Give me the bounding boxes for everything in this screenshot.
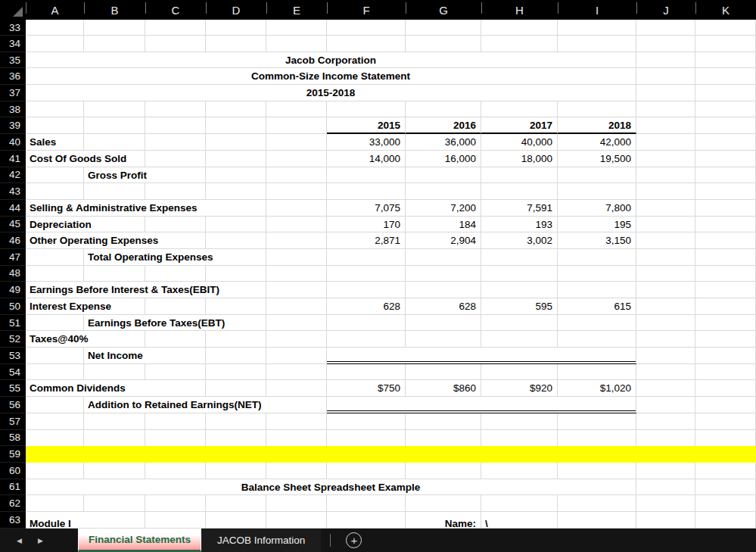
cell-K49[interactable] [695, 282, 756, 298]
row-header-48[interactable]: 48 [0, 266, 26, 282]
cell-G45[interactable]: 184 [406, 217, 481, 233]
next-sheet-arrow-icon[interactable]: ▶ [38, 537, 43, 544]
cell-K61[interactable] [695, 479, 756, 496]
cell-C43[interactable] [145, 183, 206, 200]
cell-I42[interactable] [558, 167, 636, 184]
cell-E44[interactable] [266, 200, 327, 217]
cell-I45[interactable]: 195 [558, 217, 636, 233]
cell-J60[interactable] [636, 463, 695, 479]
cell-B62[interactable] [84, 495, 145, 512]
cell-F48[interactable] [327, 266, 406, 282]
cell-A42[interactable] [26, 167, 84, 184]
cell-D33[interactable] [206, 20, 266, 36]
cell-F39[interactable]: 2015 [327, 117, 406, 134]
cell-I48[interactable] [558, 266, 636, 282]
cell-A61[interactable]: Balance Sheet Spreadsheet Example [26, 479, 636, 496]
row-header-41[interactable]: 41 [0, 151, 26, 167]
cell-D34[interactable] [206, 36, 266, 52]
cell-C38[interactable] [145, 101, 206, 118]
cell-D63[interactable] [206, 512, 266, 529]
cell-A40[interactable]: Sales [26, 134, 84, 151]
cell-F43[interactable] [327, 183, 406, 200]
cell-I63[interactable] [558, 512, 636, 529]
select-all-button[interactable] [0, 0, 26, 20]
cell-I46[interactable]: 3,150 [558, 232, 636, 249]
cell-C57[interactable] [145, 413, 206, 430]
cell-G63[interactable]: Name: [406, 512, 481, 529]
add-sheet-button[interactable]: + [346, 532, 362, 548]
cell-H63[interactable]: \ [481, 512, 558, 529]
cell-A63[interactable]: Module I [26, 512, 145, 529]
cell-G58[interactable] [406, 430, 481, 447]
cell-F46[interactable]: 2,871 [327, 232, 406, 249]
cell-A45[interactable]: Depreciation [26, 217, 145, 233]
cell-F40[interactable]: 33,000 [327, 134, 406, 151]
cell-I43[interactable] [558, 183, 636, 200]
row-header-57[interactable]: 57 [0, 413, 26, 430]
cell-A51[interactable] [26, 315, 84, 332]
row-header-52[interactable]: 52 [0, 331, 26, 348]
cell-I62[interactable] [558, 495, 636, 512]
cell-A44[interactable]: Selling & Administrative Expenses [26, 200, 266, 217]
cell-J38[interactable] [636, 101, 695, 118]
row-header-44[interactable]: 44 [0, 200, 26, 217]
cell-K57[interactable] [695, 413, 756, 430]
cell-E55[interactable] [266, 380, 327, 397]
column-header-D[interactable]: D [206, 0, 266, 20]
cell-J54[interactable] [636, 364, 695, 381]
cell-G50[interactable]: 628 [406, 298, 481, 315]
cell-K48[interactable] [695, 266, 756, 282]
cell-B42[interactable]: Gross Profit [84, 167, 206, 184]
cell-E45[interactable] [266, 217, 327, 233]
cell-D39[interactable] [206, 117, 266, 134]
cell-I50[interactable]: 615 [558, 298, 636, 315]
cell-C62[interactable] [145, 495, 206, 512]
cell-H43[interactable] [481, 183, 558, 200]
cell-J49[interactable] [636, 282, 695, 298]
cell-K60[interactable] [695, 463, 756, 479]
cell-B40[interactable] [84, 134, 145, 151]
column-header-H[interactable]: H [481, 0, 558, 20]
cell-E39[interactable] [266, 117, 327, 134]
cell-J50[interactable] [636, 298, 695, 315]
cell-K53[interactable] [695, 348, 756, 364]
cell-E50[interactable] [266, 298, 327, 315]
cell-F55[interactable]: $750 [327, 380, 406, 397]
cell-C45[interactable] [145, 217, 206, 233]
cell-E47[interactable] [266, 249, 327, 266]
cell-A36[interactable]: Common-Size Income Statement [26, 68, 636, 85]
cell-G46[interactable]: 2,904 [406, 232, 481, 249]
cell-F45[interactable]: 170 [327, 217, 406, 233]
cell-I39[interactable]: 2018 [558, 117, 636, 134]
cell-C34[interactable] [145, 36, 206, 52]
cell-F60[interactable] [327, 463, 406, 479]
cell-F50[interactable]: 628 [327, 298, 406, 315]
cell-G54[interactable] [406, 364, 481, 381]
row-header-45[interactable]: 45 [0, 217, 26, 233]
row-header-40[interactable]: 40 [0, 134, 26, 151]
cell-H46[interactable]: 3,002 [481, 232, 558, 249]
cell-H49[interactable] [481, 282, 558, 298]
cell-K35[interactable] [695, 52, 756, 69]
cell-B48[interactable] [84, 266, 145, 282]
cell-K52[interactable] [695, 331, 756, 348]
cell-A60[interactable] [26, 463, 84, 479]
cell-H50[interactable]: 595 [481, 298, 558, 315]
cell-K63[interactable] [695, 512, 756, 529]
cell-F49[interactable] [327, 282, 406, 298]
cell-D55[interactable] [206, 380, 266, 397]
cell-C48[interactable] [145, 266, 206, 282]
cell-J42[interactable] [636, 167, 695, 184]
cell-A59[interactable] [26, 446, 756, 463]
cell-D54[interactable] [206, 364, 266, 381]
cell-A62[interactable] [26, 495, 84, 512]
cell-H52[interactable] [481, 331, 558, 348]
cell-E46[interactable] [266, 232, 327, 249]
cell-G57[interactable] [406, 413, 481, 430]
cell-J34[interactable] [636, 36, 695, 52]
cell-A58[interactable] [26, 430, 84, 447]
cell-K54[interactable] [695, 364, 756, 381]
cell-H39[interactable]: 2017 [481, 117, 558, 134]
cell-A50[interactable]: Interest Expense [26, 298, 145, 315]
cell-K40[interactable] [695, 134, 756, 151]
